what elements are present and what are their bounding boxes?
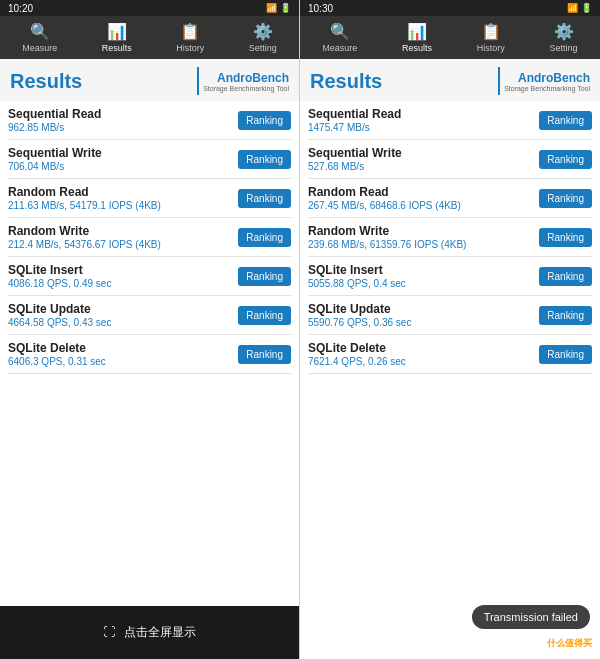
brand-name-left: AndroBench <box>203 71 289 85</box>
benchmark-info: SQLite Update 4664.58 QPS, 0.43 sec <box>8 302 238 328</box>
list-item: Random Read 267.45 MB/s, 68468.6 IOPS (4… <box>308 179 592 218</box>
results-icon-right: 📊 <box>407 22 427 41</box>
results-header-left: Results AndroBench Storage Benchmarking … <box>0 59 299 101</box>
ranking-button[interactable]: Ranking <box>238 267 291 286</box>
fullscreen-bar-left[interactable]: ⛶ 点击全屏显示 <box>0 606 299 659</box>
list-item: SQLite Delete 6406.3 QPS, 0.31 sec Ranki… <box>8 335 291 374</box>
nav-measure-left[interactable]: 🔍 Measure <box>16 20 63 55</box>
benchmark-value: 5055.88 QPS, 0.4 sec <box>308 278 539 289</box>
nav-history-left[interactable]: 📋 History <box>170 20 210 55</box>
ranking-button[interactable]: Ranking <box>238 111 291 130</box>
status-icons-left: 📶 🔋 <box>266 3 291 13</box>
benchmark-info: Sequential Write 527.68 MB/s <box>308 146 539 172</box>
logo-right: AndroBench Storage Benchmarking Tool <box>498 67 590 95</box>
list-item: Random Write 212.4 MB/s, 54376.67 IOPS (… <box>8 218 291 257</box>
nav-history-right[interactable]: 📋 History <box>471 20 511 55</box>
nav-results-left[interactable]: 📊 Results <box>96 20 138 55</box>
benchmark-value: 706.04 MB/s <box>8 161 238 172</box>
benchmark-name: Random Write <box>308 224 539 238</box>
nav-setting-right[interactable]: ⚙️ Setting <box>544 20 584 55</box>
benchmark-name: Sequential Write <box>308 146 539 160</box>
brand-sub-right: Storage Benchmarking Tool <box>504 85 590 92</box>
list-item: SQLite Update 4664.58 QPS, 0.43 sec Rank… <box>8 296 291 335</box>
ranking-button[interactable]: Ranking <box>539 111 592 130</box>
benchmark-name: SQLite Update <box>308 302 539 316</box>
nav-setting-label-right: Setting <box>550 43 578 53</box>
benchmark-info: Random Write 212.4 MB/s, 54376.67 IOPS (… <box>8 224 238 250</box>
benchmark-info: Random Read 267.45 MB/s, 68468.6 IOPS (4… <box>308 185 539 211</box>
logo-divider-right <box>498 67 500 95</box>
brand-suffix-right: Bench <box>553 71 590 85</box>
benchmark-value: 5590.76 QPS, 0.36 sec <box>308 317 539 328</box>
logo-left: AndroBench Storage Benchmarking Tool <box>197 67 289 95</box>
ranking-button[interactable]: Ranking <box>238 189 291 208</box>
benchmark-info: SQLite Insert 4086.18 QPS, 0.49 sec <box>8 263 238 289</box>
benchmark-info: Sequential Write 706.04 MB/s <box>8 146 238 172</box>
ranking-button[interactable]: Ranking <box>539 189 592 208</box>
setting-icon-right: ⚙️ <box>554 22 574 41</box>
nav-setting-left[interactable]: ⚙️ Setting <box>243 20 283 55</box>
ranking-button[interactable]: Ranking <box>539 267 592 286</box>
time-left: 10:20 <box>8 3 33 14</box>
benchmark-name: Random Write <box>8 224 238 238</box>
fullscreen-text-left: 点击全屏显示 <box>124 625 196 639</box>
nav-bar-right: 🔍 Measure 📊 Results 📋 History ⚙️ Setting <box>300 16 600 59</box>
nav-results-right[interactable]: 📊 Results <box>396 20 438 55</box>
fullscreen-icon-left: ⛶ <box>103 625 115 639</box>
benchmark-value: 267.45 MB/s, 68468.6 IOPS (4KB) <box>308 200 539 211</box>
watermark: 什么值得买 <box>544 636 595 651</box>
ranking-button[interactable]: Ranking <box>238 150 291 169</box>
nav-results-label-left: Results <box>102 43 132 53</box>
right-panel: 10:30 📶 🔋 🔍 Measure 📊 Results 📋 <box>300 0 600 659</box>
toast-text: Transmission failed <box>484 611 578 623</box>
list-item: SQLite Update 5590.76 QPS, 0.36 sec Rank… <box>308 296 592 335</box>
benchmark-value: 962.85 MB/s <box>8 122 238 133</box>
list-item: Sequential Write 527.68 MB/s Ranking <box>308 140 592 179</box>
benchmark-value: 212.4 MB/s, 54376.67 IOPS (4KB) <box>8 239 238 250</box>
time-right: 10:30 <box>308 3 333 14</box>
benchmark-list-left: Sequential Read 962.85 MB/s Ranking Sequ… <box>0 101 299 374</box>
ranking-button[interactable]: Ranking <box>539 228 592 247</box>
list-item: Sequential Read 1475.47 MB/s Ranking <box>308 101 592 140</box>
ranking-button[interactable]: Ranking <box>539 306 592 325</box>
measure-icon-right: 🔍 <box>330 22 350 41</box>
results-header-right: Results AndroBench Storage Benchmarking … <box>300 59 600 101</box>
benchmark-info: SQLite Update 5590.76 QPS, 0.36 sec <box>308 302 539 328</box>
ranking-button[interactable]: Ranking <box>539 345 592 364</box>
benchmark-value: 1475.47 MB/s <box>308 122 539 133</box>
benchmark-name: SQLite Delete <box>8 341 238 355</box>
benchmark-value: 4664.58 QPS, 0.43 sec <box>8 317 238 328</box>
nav-measure-right[interactable]: 🔍 Measure <box>316 20 363 55</box>
ranking-button[interactable]: Ranking <box>238 345 291 364</box>
benchmark-info: SQLite Insert 5055.88 QPS, 0.4 sec <box>308 263 539 289</box>
nav-measure-label-right: Measure <box>322 43 357 53</box>
history-icon-right: 📋 <box>481 22 501 41</box>
brand-prefix-right: Andro <box>518 71 553 85</box>
ranking-button[interactable]: Ranking <box>238 306 291 325</box>
benchmark-name: Sequential Read <box>8 107 238 121</box>
benchmark-name: SQLite Delete <box>308 341 539 355</box>
status-bar-right: 10:30 📶 🔋 <box>300 0 600 16</box>
benchmark-info: Random Read 211.63 MB/s, 54179.1 IOPS (4… <box>8 185 238 211</box>
list-item: Random Read 211.63 MB/s, 54179.1 IOPS (4… <box>8 179 291 218</box>
benchmark-list-right: Sequential Read 1475.47 MB/s Ranking Seq… <box>300 101 600 374</box>
results-icon-left: 📊 <box>107 22 127 41</box>
nav-bar-left: 🔍 Measure 📊 Results 📋 History ⚙️ Setting <box>0 16 299 59</box>
results-title-left: Results <box>10 70 82 93</box>
list-item: SQLite Delete 7621.4 QPS, 0.26 sec Ranki… <box>308 335 592 374</box>
benchmark-value: 6406.3 QPS, 0.31 sec <box>8 356 238 367</box>
list-item: Sequential Read 962.85 MB/s Ranking <box>8 101 291 140</box>
benchmark-info: Sequential Read 962.85 MB/s <box>8 107 238 133</box>
setting-icon-left: ⚙️ <box>253 22 273 41</box>
ranking-button[interactable]: Ranking <box>539 150 592 169</box>
nav-measure-label-left: Measure <box>22 43 57 53</box>
right-panel-wrapper: 10:30 📶 🔋 🔍 Measure 📊 Results 📋 <box>300 0 600 659</box>
list-item: SQLite Insert 4086.18 QPS, 0.49 sec Rank… <box>8 257 291 296</box>
benchmark-info: SQLite Delete 7621.4 QPS, 0.26 sec <box>308 341 539 367</box>
ranking-button[interactable]: Ranking <box>238 228 291 247</box>
androbench-logo-right: AndroBench Storage Benchmarking Tool <box>504 71 590 92</box>
status-icons-right: 📶 🔋 <box>567 3 592 13</box>
nav-setting-label-left: Setting <box>249 43 277 53</box>
benchmark-name: Random Read <box>8 185 238 199</box>
list-item: Sequential Write 706.04 MB/s Ranking <box>8 140 291 179</box>
